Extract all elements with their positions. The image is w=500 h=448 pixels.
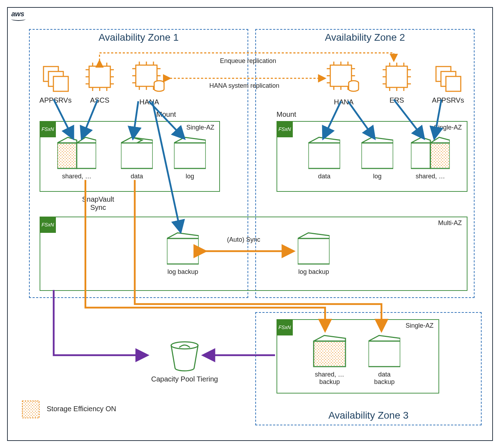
az1-title: Availability Zone 1	[30, 28, 248, 43]
volume-shared-backup: shared, … backup	[312, 333, 347, 385]
hana-az1-label: HANA	[132, 98, 167, 106]
volume-log-az2-label: log	[361, 173, 393, 180]
svg-rect-70	[174, 143, 206, 168]
volume-data-az1: data	[121, 135, 153, 180]
volume-shared-backup-label: shared, … backup	[312, 371, 347, 385]
fsx-badge-icon: FSxN	[277, 121, 293, 137]
az2-title: Availability Zone 2	[256, 28, 474, 43]
appsrvs-az1-label: APPSRVs	[36, 96, 75, 104]
fsx-az3-box: FSxN Single-AZ	[277, 319, 439, 394]
diagram-canvas: aws Availability Zone 1 Availability Zon…	[7, 7, 493, 441]
ascs-az1: ASCS	[82, 61, 117, 104]
svg-rect-86	[368, 341, 400, 367]
svg-marker-81	[298, 233, 330, 239]
svg-rect-44	[386, 66, 407, 87]
mount-label-right: Mount	[277, 110, 296, 119]
fsx-multi-label: Multi-AZ	[438, 219, 462, 227]
svg-rect-59	[446, 76, 461, 91]
auto-sync-label: (Auto) Sync	[227, 236, 260, 243]
svg-marker-71	[308, 137, 340, 143]
svg-rect-68	[121, 143, 153, 168]
svg-rect-80	[167, 239, 199, 264]
volume-data-az2-label: data	[308, 173, 340, 180]
fsx-badge-icon: FSxN	[40, 121, 56, 137]
ers-label: ERS	[379, 96, 414, 104]
legend-storage-efficiency: Storage Efficiency ON	[47, 405, 116, 413]
volume-data-backup: data backup	[368, 333, 400, 385]
capacity-pool-label: Capacity Pool Tiering	[149, 375, 220, 383]
volume-data-az1-label: data	[121, 173, 153, 180]
hana-az2-label: HANA	[326, 98, 361, 106]
svg-marker-76	[430, 137, 450, 143]
svg-marker-79	[167, 233, 199, 239]
fsx-az3-label: Single-AZ	[406, 322, 434, 329]
appsrvs-az2-label: APPSRVs	[429, 96, 467, 104]
volume-log-az1-label: log	[174, 173, 206, 180]
hana-replication-label: HANA system replication	[209, 82, 279, 90]
volume-log-az1: log	[174, 135, 206, 180]
svg-marker-75	[411, 137, 430, 143]
volume-logbackup-right: log backup	[298, 231, 330, 276]
volume-shared-az1-label: shared, …	[57, 173, 96, 180]
volume-logbackup-left: log backup	[167, 231, 199, 276]
svg-rect-77	[411, 143, 430, 168]
svg-rect-3	[89, 66, 110, 87]
volume-data-backup-label: data backup	[368, 371, 400, 385]
svg-marker-83	[314, 335, 345, 341]
snapvault-label: SnapVault Sync	[82, 195, 114, 212]
fsx-badge-icon: FSxN	[40, 217, 56, 233]
svg-rect-74	[361, 143, 393, 168]
svg-rect-78	[430, 143, 450, 168]
ascs-label: ASCS	[82, 96, 117, 104]
volume-logbackup-right-label: log backup	[298, 268, 330, 276]
legend-swatch	[22, 401, 40, 420]
az3-title: Availability Zone 3	[256, 406, 481, 421]
svg-marker-69	[174, 137, 206, 143]
hana-az1: HANA	[132, 61, 167, 106]
svg-marker-73	[361, 137, 393, 143]
capacity-pool-bucket: Capacity Pool Tiering	[149, 340, 220, 383]
svg-marker-85	[368, 335, 400, 341]
fsx-multi-box: FSxN Multi-AZ	[40, 217, 467, 291]
svg-marker-63	[77, 137, 96, 143]
svg-rect-2	[53, 76, 68, 91]
svg-marker-62	[57, 137, 77, 143]
svg-rect-65	[77, 143, 96, 168]
fsx-az1-label: Single-AZ	[186, 124, 214, 131]
volume-data-az2: data	[308, 135, 340, 180]
svg-rect-88	[22, 401, 39, 418]
aws-logo: aws	[11, 10, 25, 21]
appsrvs-az1: APPSRVs	[36, 64, 75, 104]
mount-label-left: Mount	[156, 110, 176, 119]
svg-rect-82	[298, 239, 330, 264]
svg-rect-64	[57, 143, 77, 168]
ers-az2: ERS	[379, 61, 414, 104]
volume-shared-az1: shared, …	[57, 135, 96, 180]
hana-az2: HANA	[326, 61, 361, 106]
fsx-badge-icon: FSxN	[277, 319, 293, 335]
volume-log-az2: log	[361, 135, 393, 180]
volume-shared-az2-label: shared, …	[411, 173, 450, 180]
volume-shared-az2: shared, …	[411, 135, 450, 180]
enqueue-replication-label: Enqueue replication	[220, 57, 276, 65]
svg-rect-84	[314, 341, 345, 367]
svg-rect-72	[308, 143, 340, 168]
volume-logbackup-left-label: log backup	[167, 268, 199, 276]
appsrvs-az2: APPSRVs	[429, 64, 467, 104]
fsx-az2-label: Single-AZ	[434, 124, 462, 131]
